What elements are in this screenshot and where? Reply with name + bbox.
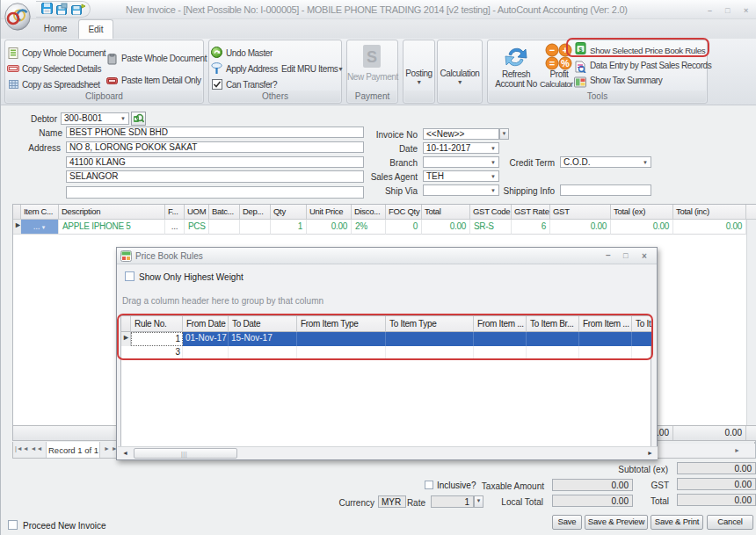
svg-text:−: −: [549, 45, 555, 55]
svg-text:=: =: [549, 58, 555, 69]
svg-text:S: S: [367, 48, 377, 66]
svg-text:%: %: [561, 58, 570, 69]
